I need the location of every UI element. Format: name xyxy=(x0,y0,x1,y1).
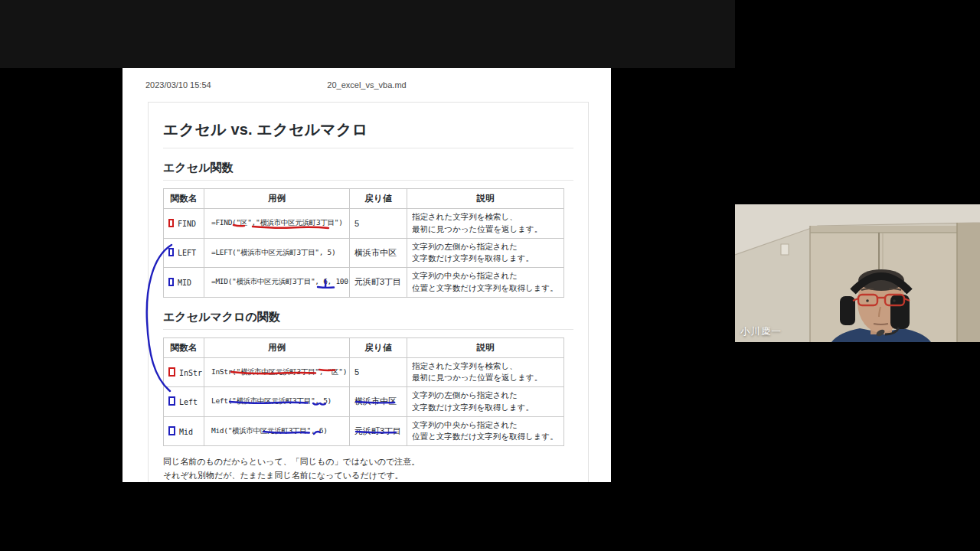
screenshare-top-strip xyxy=(0,0,735,68)
eye xyxy=(893,299,896,302)
blue-square-annotation xyxy=(168,396,175,406)
table-row-left-vba: Left Left("横浜市中区元浜町3丁目", 5) 横浜市中区 文字列の左側… xyxy=(164,387,564,417)
function-name-cell: LEFT xyxy=(164,238,204,268)
return-value-cell: 5 xyxy=(350,357,407,387)
table-row-instr: InStr InStr("横浜市中区元浜町3丁目", "区") 5 指定された文… xyxy=(164,357,564,387)
note-line: それぞれ別物だが、たまたま同じ名前になっているだけです。 xyxy=(163,469,573,482)
webcam-video: 小川慶一 xyxy=(735,204,980,342)
column-header-description: 説明 xyxy=(407,337,564,357)
excel-functions-table: 関数名 用例 戻り値 説明 FIND =FIND("区","横浜市中区元浜町3丁… xyxy=(163,188,564,298)
column-header-return-value: 戻り値 xyxy=(350,189,407,209)
function-name-cell: MID xyxy=(164,268,204,298)
print-header-filename: 20_excel_vs_vba.md xyxy=(122,80,611,90)
column-header-return-value: 戻り値 xyxy=(350,337,407,357)
usage-cell: =LEFT("横浜市中区元浜町3丁目", 5) xyxy=(204,238,350,268)
column-header-description: 説明 xyxy=(407,189,564,209)
column-header-function-name: 関数名 xyxy=(164,189,204,209)
table-header-row: 関数名 用例 戻り値 説明 xyxy=(164,337,564,357)
footer-notes: 同じ名前のものだからといって、「同じもの」ではないので注意。 それぞれ別物だが、… xyxy=(163,455,573,482)
return-value-cell: 元浜町3丁目 xyxy=(350,268,407,298)
description-cell: 文字列の左側から指定された文字数だけ文字列を取得します。 xyxy=(407,238,564,268)
usage-cell: Mid("横浜市中区元浜町3丁目", 6) xyxy=(204,416,350,446)
usage-cell: =FIND("区","横浜市中区元浜町3丁目") xyxy=(204,209,350,239)
usage-cell: InStr("横浜市中区元浜町3丁目", "区") xyxy=(204,357,350,387)
function-name-cell: Left xyxy=(164,387,204,417)
section-heading-macro-functions: エクセルマクロの関数 xyxy=(163,310,573,330)
usage-cell: Left("横浜市中区元浜町3丁目", 5) xyxy=(204,387,350,417)
red-square-annotation xyxy=(168,367,175,377)
table-row-find: FIND =FIND("区","横浜市中区元浜町3丁目") 5 指定された文字列… xyxy=(164,209,564,239)
column-header-usage: 用例 xyxy=(204,189,350,209)
column-header-usage: 用例 xyxy=(204,337,350,357)
function-name-cell: FIND xyxy=(164,209,204,239)
return-value-cell: 横浜市中区 xyxy=(350,387,407,417)
document-page: 2023/03/10 15:54 20_excel_vs_vba.md エクセル… xyxy=(122,68,611,482)
blue-square-annotation xyxy=(168,426,175,435)
function-name-cell: Mid xyxy=(164,416,204,446)
blue-square-annotation xyxy=(168,248,174,256)
blue-square-annotation xyxy=(168,278,174,286)
red-square-annotation xyxy=(168,219,174,227)
page-title: エクセル vs. エクセルマクロ xyxy=(163,119,573,148)
description-cell: 指定された文字列を検索し、最初に見つかった位置を返します。 xyxy=(407,209,564,239)
description-cell: 指定された文字列を検索し、最初に見つかった位置を返します。 xyxy=(407,357,564,387)
webcam-scene xyxy=(735,204,980,342)
wall-switch xyxy=(781,244,789,255)
section-heading-excel-functions: エクセル関数 xyxy=(163,161,573,181)
table-header-row: 関数名 用例 戻り値 説明 xyxy=(164,189,564,209)
description-cell: 文字列の左側から指定された文字数だけ文字列を取得します。 xyxy=(407,387,564,417)
markdown-content-box: エクセル vs. エクセルマクロ エクセル関数 関数名 用例 戻り値 説明 FI… xyxy=(148,102,589,482)
table-row-left: LEFT =LEFT("横浜市中区元浜町3丁目", 5) 横浜市中区 文字列の左… xyxy=(164,238,564,268)
return-value-cell: 横浜市中区 xyxy=(350,238,407,268)
table-row-mid-vba: Mid Mid("横浜市中区元浜町3丁目", 6) 元浜町3丁目 文字列の中央か… xyxy=(164,416,564,446)
function-name-cell: InStr xyxy=(164,357,204,387)
excel-macro-functions-table: 関数名 用例 戻り値 説明 InStr InStr("横浜市中区元浜町3丁目",… xyxy=(163,337,564,447)
note-line: 同じ名前のものだからといって、「同じもの」ではないので注意。 xyxy=(163,455,573,469)
mouth xyxy=(874,324,888,324)
description-cell: 文字列の中央から指定された位置と文字数だけ文字列を取得します。 xyxy=(407,416,564,446)
description-cell: 文字列の中央から指定された位置と文字数だけ文字列を取得します。 xyxy=(407,268,564,298)
eye xyxy=(866,299,869,302)
column-header-function-name: 関数名 xyxy=(164,337,204,357)
usage-cell: =MID("横浜市中区元浜町3丁目", 6, 100) xyxy=(204,268,350,298)
participant-name-label: 小川慶一 xyxy=(740,325,782,338)
table-row-mid: MID =MID("横浜市中区元浜町3丁目", 6, 100) 元浜町3丁目 文… xyxy=(164,268,564,298)
return-value-cell: 元浜町3丁目 xyxy=(350,416,407,446)
return-value-cell: 5 xyxy=(350,209,407,239)
